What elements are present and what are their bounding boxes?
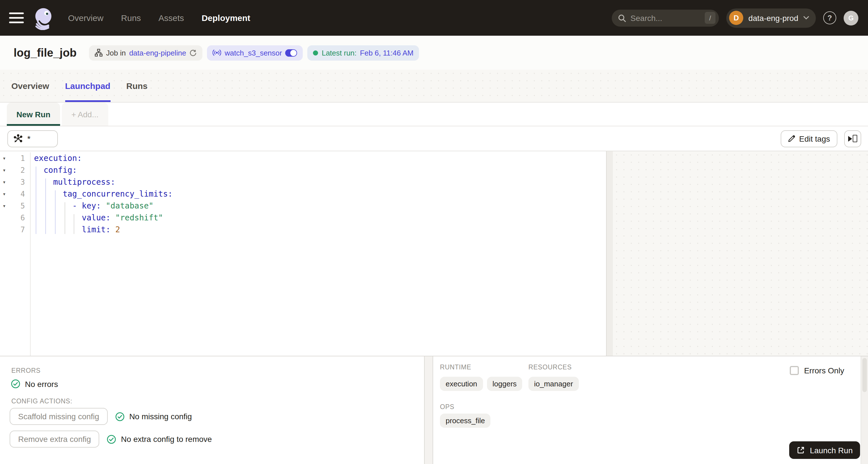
line-number: 5: [8, 202, 30, 210]
job-graph-icon: [95, 49, 103, 57]
fold-arrow-icon[interactable]: ▼: [0, 180, 8, 184]
line-number: 4: [8, 190, 30, 198]
line-number: 2: [8, 166, 30, 174]
fold-arrow-icon[interactable]: ▼: [0, 204, 8, 208]
tab-launchpad[interactable]: Launchpad: [65, 70, 110, 102]
fold-arrow-icon[interactable]: ▼: [0, 192, 8, 196]
code-line[interactable]: config:: [31, 164, 606, 176]
code-lines[interactable]: execution: config: multiprocess: tag_con…: [31, 153, 606, 356]
job-repo-link[interactable]: data-eng-pipeline: [129, 48, 186, 57]
runtime-tag[interactable]: execution: [440, 377, 483, 391]
launch-run-button[interactable]: Launch Run: [789, 441, 860, 459]
sensor-badge: watch_s3_sensor: [207, 45, 303, 60]
remove-extra-config-button[interactable]: Remove extra config: [10, 431, 99, 448]
dagster-logo[interactable]: [31, 6, 56, 30]
job-badge-prefix: Job in: [106, 48, 126, 57]
launchpad-toolbar: * Edit tags: [0, 126, 868, 151]
gutter: ▼1▼2▼3▼4▼567: [0, 153, 31, 356]
errors-only-label: Errors Only: [804, 366, 844, 375]
job-badge: Job in data-eng-pipeline: [89, 45, 203, 60]
page-title: log_file_job: [13, 46, 76, 59]
fold-arrow-icon[interactable]: ▼: [0, 156, 8, 160]
check-circle-icon: [107, 434, 117, 444]
op-selection-input[interactable]: *: [7, 130, 58, 147]
session-tab-new-run[interactable]: New Run: [7, 103, 60, 126]
code-line[interactable]: - key: "database": [31, 200, 606, 212]
no-missing-config-text: No missing config: [129, 412, 192, 421]
nav-deployment[interactable]: Deployment: [202, 13, 250, 23]
expand-panel-button[interactable]: [844, 130, 861, 147]
workspace-name: data-eng-prod: [748, 13, 798, 22]
hamburger-menu-icon[interactable]: [9, 12, 24, 23]
top-right-group: / D data-eng-prod ? G: [612, 8, 858, 28]
page-header: log_file_job Job in data-eng-pipeline: [0, 36, 868, 70]
tab-overview[interactable]: Overview: [11, 70, 49, 102]
main-nav: Overview Runs Assets Deployment: [68, 13, 250, 23]
workspace-initial-badge: D: [729, 11, 743, 25]
resources-section-label: RESOURCES: [528, 364, 579, 370]
resource-tag[interactable]: io_manager: [528, 377, 579, 391]
sensor-link[interactable]: watch_s3_sensor: [225, 48, 282, 57]
header-badges: Job in data-eng-pipeline watch_s3_sensor: [89, 45, 419, 60]
editor-row: ▼1▼2▼3▼4▼567 execution: config: multipro…: [0, 151, 868, 356]
line-number: 6: [8, 213, 30, 222]
op-selection-value: *: [27, 134, 31, 143]
config-actions-label: CONFIG ACTIONS:: [11, 398, 72, 404]
runtime-tag[interactable]: loggers: [487, 377, 522, 391]
line-number: 3: [8, 178, 30, 187]
code-line[interactable]: value: "redshift": [31, 212, 606, 224]
sensor-icon: [213, 49, 221, 56]
code-line[interactable]: execution:: [31, 153, 606, 164]
nav-assets[interactable]: Assets: [158, 13, 184, 23]
errors-panel: ERRORS No errors CONFIG ACTIONS: Scaffol…: [0, 356, 424, 464]
nav-runs[interactable]: Runs: [121, 13, 141, 23]
sensor-toggle[interactable]: [285, 49, 298, 56]
search-icon: [618, 14, 626, 22]
check-circle-icon: [11, 379, 21, 389]
editor-side-panel: [613, 151, 868, 356]
workspace-switcher[interactable]: D data-eng-prod: [726, 8, 816, 28]
code-line[interactable]: multiprocess:: [31, 176, 606, 188]
line-number: 7: [8, 226, 30, 234]
search-box[interactable]: /: [612, 9, 719, 26]
search-input[interactable]: [630, 13, 705, 22]
fold-arrow-icon[interactable]: ▼: [0, 168, 8, 172]
errors-section-label: ERRORS: [11, 367, 40, 374]
ops-section-label: OPS: [440, 403, 455, 410]
config-editor[interactable]: ▼1▼2▼3▼4▼567 execution: config: multipro…: [0, 151, 606, 356]
run-status-dot: [313, 50, 318, 55]
code-line[interactable]: limit: 2: [31, 224, 606, 236]
toolbar-right-group: Edit tags: [780, 130, 861, 147]
op-selection-icon: [13, 134, 23, 143]
no-errors-text: No errors: [25, 379, 58, 388]
line-number: 1: [8, 154, 30, 163]
runtime-section-label: RUNTIME: [440, 364, 528, 370]
nav-overview[interactable]: Overview: [68, 13, 103, 23]
edit-tags-button[interactable]: Edit tags: [780, 130, 837, 147]
chevron-down-icon: [803, 16, 809, 20]
user-avatar[interactable]: G: [844, 10, 858, 25]
launch-run-label: Launch Run: [810, 445, 853, 455]
no-extra-config-text: No extra config to remove: [121, 435, 212, 443]
play-to-panel-icon: [848, 136, 852, 141]
latest-run-label: Latest run:: [322, 48, 356, 57]
bottom-panel-splitter[interactable]: [424, 356, 433, 464]
errors-only-checkbox[interactable]: [790, 366, 799, 375]
tab-runs[interactable]: Runs: [126, 70, 147, 102]
job-tabs: Overview Launchpad Runs: [0, 70, 868, 103]
reload-icon[interactable]: [190, 49, 197, 56]
code-line[interactable]: tag_concurrency_limits:: [31, 188, 606, 200]
latest-run-badge: Latest run: Feb 6, 11:46 AM: [308, 45, 419, 60]
panel-scrollbar[interactable]: [861, 356, 868, 464]
editor-splitter[interactable]: [606, 151, 613, 356]
search-shortcut-key: /: [705, 12, 715, 24]
op-tag[interactable]: process_file: [440, 413, 491, 428]
check-circle-icon: [115, 411, 125, 421]
session-tab-add[interactable]: + Add...: [62, 103, 108, 126]
launchpad-page: Overview Runs Assets Deployment / D data…: [0, 0, 868, 464]
help-icon[interactable]: ?: [823, 11, 836, 24]
launch-icon: [797, 446, 805, 454]
latest-run-link[interactable]: Feb 6, 11:46 AM: [360, 48, 413, 57]
pencil-icon: [788, 135, 795, 142]
scaffold-missing-config-button[interactable]: Scaffold missing config: [10, 408, 108, 425]
